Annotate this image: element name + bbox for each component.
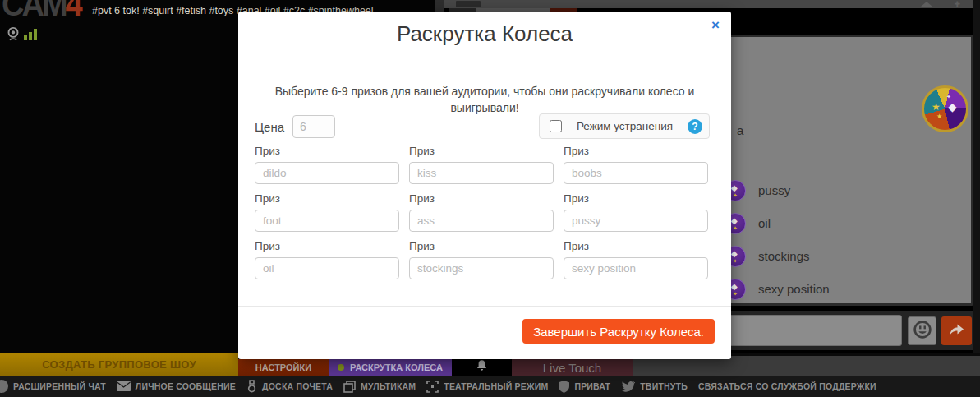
send-message-button[interactable] (941, 316, 972, 345)
theater-icon (426, 381, 439, 393)
toolbar-item-private[interactable]: ПРИВАТ (548, 381, 610, 393)
create-group-show-button[interactable]: СОЗДАТЬ ГРУППОВОЕ ШОУ (0, 353, 238, 376)
cam4-logo-cam: CAM (2, 0, 66, 22)
wheel-spin-modal: × Раскрутка Колеса Выберите 6-9 призов д… (238, 12, 731, 359)
prize-input-8[interactable] (409, 257, 554, 279)
prize-input-4[interactable] (255, 210, 399, 232)
prize-label: Приз (255, 240, 399, 252)
modal-footer-divider (238, 306, 731, 307)
chat-prize-item: ◆✦ oil (725, 212, 771, 234)
prize-input-6[interactable] (564, 210, 708, 232)
elimination-mode-box: Режим устранения ? (539, 113, 710, 139)
app-root: CAM4 #pvt 6 tok! #squirt #fetish #toys #… (0, 0, 980, 397)
modal-subtitle: Выберите 6-9 призов для вашей аудитории,… (255, 84, 715, 116)
spin-wheel-image: ◆✦★★ (922, 85, 968, 132)
prize-cell: Приз (255, 240, 399, 279)
partially-hidden-text: a (737, 123, 743, 137)
modal-title: Раскрутка Колеса (238, 21, 731, 47)
prize-input-7[interactable] (255, 257, 399, 279)
twitter-icon (621, 381, 635, 392)
toolbar-label: МУЛЬТИКАМ (361, 381, 416, 391)
elimination-mode-checkbox[interactable] (550, 120, 562, 132)
chat-prize-item: ◆✦ sexy position (725, 278, 830, 300)
help-icon[interactable]: ? (688, 119, 702, 134)
prize-cell: Приз (564, 192, 708, 232)
prize-label: Приз (564, 145, 708, 157)
toolbar-item-extended-chat[interactable]: РАСШИРЕННЫЙ ЧАТ (0, 380, 106, 393)
send-arrow-icon (947, 321, 966, 341)
prize-label: Приз (255, 192, 399, 205)
prize-input-3[interactable] (564, 162, 708, 184)
price-label: Цена (255, 120, 284, 134)
prize-cell: Приз (409, 145, 554, 184)
gear-icon[interactable]: ✚ (954, 0, 960, 8)
tab-live-touch[interactable]: Live Touch (512, 359, 633, 376)
mini-logo (456, 1, 481, 7)
chat-prize-label: sexy position (758, 282, 830, 296)
toolbar-label: ПРИВАТ (574, 381, 610, 391)
active-dot-icon (338, 364, 344, 371)
toolbar-label: СВЯЗАТЬСЯ СО СЛУЖБОЙ ПОДДЕРЖКИ (698, 381, 876, 391)
toolbar-item-tweet[interactable]: ТВИТНУТЬ (610, 381, 688, 392)
prize-cell: Приз (409, 240, 554, 279)
prize-cell: Приз (409, 192, 554, 232)
toolbar-item-hall-of-fame[interactable]: ДОСКА ПОЧЕТА (236, 380, 333, 393)
envelope-icon (117, 381, 131, 391)
cam4-logo: CAM4 (2, 0, 81, 23)
prize-input-1[interactable] (255, 162, 399, 184)
prize-input-2[interactable] (409, 162, 554, 184)
prize-cell: Приз (255, 192, 399, 232)
prize-cell: Приз (564, 145, 708, 184)
bell-icon (475, 359, 489, 376)
toolbar-label: ДОСКА ПОЧЕТА (262, 381, 333, 391)
prize-cell: Приз (564, 240, 708, 279)
prize-label: Приз (409, 240, 554, 252)
prize-label: Приз (255, 145, 399, 157)
toolbar-item-private-message[interactable]: ЛИЧНОЕ СООБЩЕНИЕ (106, 381, 236, 391)
prize-input-9[interactable] (564, 257, 708, 279)
webcam-icon (6, 26, 21, 44)
price-group: Цена (255, 115, 335, 138)
chevron-up-icon[interactable] (921, 2, 932, 7)
shield-icon (559, 381, 569, 393)
medal-icon (246, 380, 257, 393)
prize-label: Приз (409, 145, 554, 157)
chat-prize-item: ◆✦ stockings (725, 245, 810, 267)
tab-wheel-label: РАСКРУТКА КОЛЕСА (350, 362, 443, 372)
toolbar-label: ЛИЧНОЕ СООБЩЕНИЕ (136, 381, 236, 391)
prize-label: Приз (564, 192, 708, 205)
tab-settings[interactable]: НАСТРОЙКИ (238, 359, 329, 376)
chat-prize-label: stockings (758, 249, 810, 263)
toolbar-label: ТЕАТРАЛЬНЫЙ РЕЖИМ (444, 381, 548, 391)
toolbar-label: ТВИТНУТЬ (640, 381, 688, 391)
chat-prize-item: ◆✦ pussy (725, 179, 790, 201)
chat-circle-icon (0, 380, 8, 393)
price-input[interactable] (292, 115, 335, 138)
finish-wheel-spin-button[interactable]: Завершить Раскрутку Колеса. (522, 319, 715, 344)
tab-wheel-spin[interactable]: РАСКРУТКА КОЛЕСА (329, 359, 452, 376)
prize-label: Приз (564, 240, 708, 252)
multicam-icon (343, 381, 356, 393)
signal-bars-icon (24, 28, 39, 40)
prize-input-5[interactable] (409, 210, 554, 232)
toolbar-item-support[interactable]: СВЯЗАТЬСЯ СО СЛУЖБОЙ ПОДДЕРЖКИ (688, 381, 876, 391)
prize-label: Приз (409, 192, 554, 205)
chat-right-edge (973, 0, 980, 353)
prize-cell: Приз (255, 145, 399, 184)
modal-subtitle-text: Выберите 6-9 призов для вашей аудитории,… (257, 84, 713, 116)
elimination-mode-label: Режим устранения (562, 120, 688, 132)
cam4-logo-4: 4 (66, 0, 81, 22)
toolbar-item-theater-mode[interactable]: ТЕАТРАЛЬНЫЙ РЕЖИМ (416, 381, 548, 393)
toolbar-item-multicam[interactable]: МУЛЬТИКАМ (333, 381, 416, 393)
chat-prize-label: pussy (758, 183, 790, 197)
bottom-toolbar: РАСШИРЕННЫЙ ЧАТ ЛИЧНОЕ СООБЩЕНИЕ ДОСКА П… (0, 376, 980, 397)
chat-top-bar: ✚ (444, 0, 980, 8)
emoji-button[interactable] (908, 316, 936, 345)
notifications-tab[interactable] (452, 359, 512, 376)
chat-prize-label: oil (758, 216, 771, 230)
toolbar-label: РАСШИРЕННЫЙ ЧАТ (13, 381, 106, 391)
smiley-icon (913, 320, 932, 343)
